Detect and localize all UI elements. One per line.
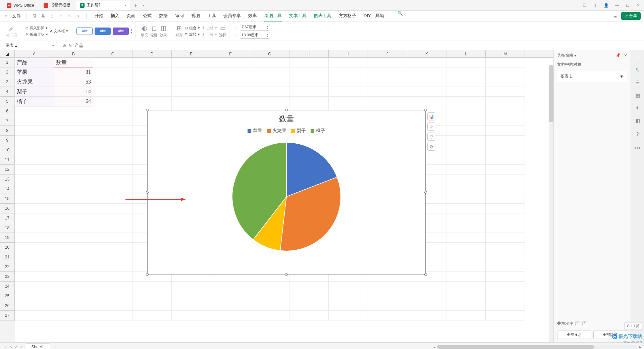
cell[interactable] (93, 282, 132, 291)
cell[interactable] (15, 194, 54, 204)
col-header[interactable]: G (250, 50, 289, 57)
row-header[interactable]: 17 (0, 213, 15, 223)
cell[interactable] (54, 262, 93, 272)
cell[interactable] (486, 116, 525, 126)
chart-elements-button[interactable]: 📊 (427, 112, 435, 120)
fx-icon[interactable]: fx (69, 43, 72, 48)
cell[interactable] (368, 67, 407, 77)
cell[interactable] (486, 97, 525, 106)
cell[interactable] (54, 291, 93, 301)
tab-fanfang[interactable]: 方方格子 (339, 11, 356, 21)
cell[interactable] (446, 77, 486, 87)
cell[interactable] (132, 282, 172, 291)
tab-workbook[interactable]: S 工作簿1 • (76, 1, 130, 10)
cell[interactable] (446, 204, 486, 213)
cell[interactable] (329, 311, 368, 320)
cell[interactable] (407, 282, 446, 291)
worksheet-area[interactable]: ◢ A B C D E F G H I J K L M 123456789101… (0, 50, 553, 342)
cell[interactable] (172, 97, 211, 106)
cell[interactable] (93, 174, 132, 184)
print-preview-icon[interactable]: 🗋 (49, 13, 55, 19)
pie-chart[interactable] (231, 141, 342, 252)
cell[interactable] (15, 204, 54, 213)
text-box-button[interactable]: A文本框 ▾ (50, 29, 68, 34)
qat-dropdown-icon[interactable]: ▾ (75, 13, 81, 19)
cell[interactable]: 梨子 (15, 87, 54, 97)
chart-object[interactable]: 数量 苹果 火龙果 梨子 橘子 📊 🖊 ▽ ⚙ (147, 110, 426, 275)
resize-handle[interactable] (146, 191, 149, 194)
cell[interactable] (368, 97, 407, 106)
cell[interactable] (15, 252, 54, 262)
col-header[interactable]: M (486, 50, 525, 57)
col-header[interactable]: K (407, 50, 446, 57)
cell[interactable] (329, 301, 368, 311)
cell[interactable] (446, 291, 486, 301)
row-header[interactable]: 14 (0, 184, 15, 194)
effects-button[interactable]: ◫效果 (160, 24, 167, 38)
cell[interactable] (486, 223, 525, 233)
row-header[interactable]: 6 (0, 106, 15, 116)
resize-handle[interactable] (424, 109, 427, 111)
cell[interactable]: 苹果 (15, 67, 54, 77)
cell[interactable] (15, 155, 54, 165)
col-header[interactable]: B (54, 50, 93, 57)
cell[interactable] (93, 252, 132, 262)
zoom-fx-icon[interactable]: ⊕ (63, 43, 66, 48)
cell[interactable] (172, 77, 211, 87)
cell[interactable] (407, 67, 446, 77)
cell[interactable] (486, 272, 525, 282)
tab-chart-tools[interactable]: 图表工具 (314, 11, 331, 21)
cell[interactable] (446, 184, 486, 194)
minimize-button[interactable]: — (614, 2, 620, 8)
cell[interactable] (407, 291, 446, 301)
cell[interactable] (486, 126, 525, 136)
tab-tools[interactable]: 工具 (207, 11, 216, 21)
cell[interactable] (15, 145, 54, 155)
cell[interactable] (486, 233, 525, 243)
row-header[interactable]: 10 (0, 145, 15, 155)
cell[interactable] (407, 301, 446, 311)
properties-icon[interactable]: ☰ (634, 79, 642, 87)
share-button[interactable]: ↗ 分享 (621, 12, 641, 20)
cell[interactable] (15, 213, 54, 223)
cell[interactable] (250, 311, 289, 320)
chart-title[interactable]: 数量 (148, 110, 425, 124)
cell[interactable] (446, 233, 486, 243)
resize-handle[interactable] (424, 191, 427, 194)
formula-input[interactable]: 产品 (74, 43, 83, 49)
selection-tool-icon[interactable]: ↖ (634, 66, 642, 74)
cell[interactable] (289, 67, 329, 77)
cell[interactable] (211, 311, 250, 320)
cell[interactable] (289, 311, 329, 320)
cell[interactable] (132, 291, 172, 301)
cell[interactable] (93, 155, 132, 165)
cell[interactable] (132, 58, 172, 67)
collapse-panel-icon[interactable]: — (634, 53, 642, 61)
cell[interactable] (250, 282, 289, 291)
cell[interactable]: 产品 (15, 58, 54, 67)
cell[interactable] (486, 252, 525, 262)
style-preset-3[interactable]: Abc (113, 28, 129, 35)
col-header[interactable]: D (132, 50, 172, 57)
edit-shape-button[interactable]: ✎编辑形状 ▾ (25, 32, 48, 37)
print-icon[interactable]: 🖶 (41, 13, 46, 19)
cell[interactable] (250, 77, 289, 87)
cell[interactable] (54, 184, 93, 194)
close-icon[interactable]: ✕ (624, 53, 627, 58)
sheet-tab-sheet1[interactable]: Sheet1 (26, 343, 50, 349)
cell[interactable] (54, 204, 93, 213)
cell[interactable] (132, 311, 172, 320)
cell[interactable] (93, 233, 132, 243)
cell[interactable] (446, 116, 486, 126)
cell[interactable] (329, 282, 368, 291)
cell[interactable] (15, 233, 54, 243)
help-icon[interactable]: ? (634, 130, 642, 138)
name-box[interactable]: 图表 1 ▾ (3, 42, 57, 49)
cell[interactable] (54, 252, 93, 262)
cell[interactable] (407, 58, 446, 67)
resize-handle[interactable] (146, 109, 149, 111)
cell[interactable] (93, 97, 132, 106)
cell[interactable] (93, 145, 132, 155)
object-list-item[interactable]: 图表 1 👁 (557, 71, 627, 82)
cell[interactable]: 53 (54, 77, 93, 87)
